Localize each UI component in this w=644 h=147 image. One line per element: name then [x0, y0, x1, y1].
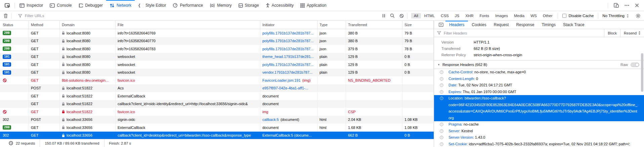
disable-cache-checkbox[interactable] — [562, 14, 566, 18]
request-row[interactable]: GET8bit-solutions-dev.onelogin...favicon… — [0, 76, 434, 84]
tab-memory[interactable]: Memory — [206, 0, 235, 11]
column-header-size[interactable]: Size — [402, 21, 434, 29]
header-row-set-cookie[interactable]: ?Set-Cookie: idsrv=adf6cba1-7075-402b-9e… — [434, 141, 644, 147]
column-header-type[interactable]: Type — [317, 21, 346, 29]
question-icon[interactable]: ? — [440, 96, 443, 100]
close-icon[interactable] — [635, 3, 639, 7]
header-row-pragma[interactable]: ?Pragma: no-cache — [434, 121, 644, 128]
tab-style-editor[interactable]: { }Style Editor — [135, 0, 169, 11]
request-row[interactable]: GETlocalhost:51822callback?client_id=oid… — [0, 100, 434, 108]
block-button[interactable]: Block — [604, 29, 620, 37]
request-row[interactable]: 200GETlocalhost:8080info?t=1635826640770… — [0, 37, 434, 45]
column-header-method[interactable]: Method — [29, 21, 60, 29]
column-header-file[interactable]: File — [116, 21, 260, 29]
responsive-design-mode-icon[interactable] — [614, 3, 619, 8]
request-row[interactable]: GETlocalhost:51822ExternalCallbackdocume… — [0, 92, 434, 100]
filter-pill-css[interactable]: CSS — [438, 13, 452, 18]
panel-tab-response[interactable]: Response — [512, 21, 538, 29]
tab-network[interactable]: Network — [106, 0, 135, 11]
question-icon[interactable]: ? — [440, 129, 443, 133]
initiator-cell: callback:5 (document) — [260, 116, 317, 124]
clear-requests-button[interactable] — [4, 13, 8, 18]
pause-traffic-icon[interactable] — [382, 14, 385, 18]
response-headers-section-header[interactable]: ▼ Response Headers (662 B) Raw — [434, 60, 644, 69]
summary-value: 662 B (0 B size) — [474, 46, 500, 52]
panel-tab-stack-trace[interactable]: Stack Trace — [559, 21, 588, 29]
request-row[interactable]: POSTlocalhost:51822Acse957f897-042e-4ba1… — [0, 84, 434, 92]
header-row-content-length[interactable]: ?Content-Length: 0 — [434, 76, 644, 82]
question-icon[interactable]: ? — [440, 123, 443, 126]
tab-inspector[interactable]: Inspector — [16, 0, 46, 11]
filter-headers-input[interactable] — [443, 31, 604, 35]
question-icon[interactable]: ? — [440, 142, 443, 146]
tab-debugger[interactable]: Debugger — [75, 0, 106, 11]
header-row-expires[interactable]: ?Expires: Thu, 01 Jan 1970 00:00:00 GMT — [434, 89, 644, 95]
initiator-link[interactable]: polyfills.1791b137de281b787... — [262, 31, 313, 35]
initiator-link[interactable]: polyfills.1791b137de281b787... — [262, 63, 313, 67]
filter-pill-fonts[interactable]: Fonts — [477, 13, 492, 18]
throttling-select[interactable]: No Throttling — [598, 14, 633, 18]
svg-text:?: ? — [441, 143, 442, 145]
panel-tab-timings[interactable]: Timings — [538, 21, 559, 29]
question-icon[interactable]: ? — [440, 70, 443, 74]
header-row-date[interactable]: ?Date: Tue, 02 Nov 2021 04:17:21 GMT — [434, 82, 644, 89]
filter-pill-images[interactable]: Images — [492, 13, 511, 18]
request-row[interactable]: 302GETlocalhost:33656callback?client_id=… — [0, 132, 434, 139]
initiator-link[interactable]: e957f897-042e-4ba1-aff1-... — [262, 86, 308, 90]
panel-tab-headers[interactable]: Headers — [445, 21, 468, 29]
filter-pill-js[interactable]: JS — [452, 13, 462, 18]
tab-accessibility[interactable]: Accessibility — [262, 0, 297, 11]
network-settings-button[interactable] — [633, 13, 644, 18]
request-row[interactable]: 302POSTlocalhost:33656signin-oidccallbac… — [0, 116, 434, 124]
request-row[interactable]: 200GETlocalhost:33656ExternalCallbackdoc… — [0, 124, 434, 132]
panel-scrollbar[interactable] — [641, 53, 643, 92]
initiator-link[interactable]: vendor.1791b137de281b787... — [262, 70, 312, 74]
tab-storage[interactable]: Storage — [235, 0, 262, 11]
question-icon[interactable]: ? — [440, 83, 443, 87]
initiator-link[interactable]: FaviconLoader.jsm:191 — [262, 78, 301, 82]
initiator-link[interactable]: theme_head.1791b137de281... — [262, 55, 314, 59]
filter-urls-input[interactable] — [24, 13, 382, 18]
request-row[interactable]: 101GETlocalhost:8080websockettheme_head.… — [0, 53, 434, 61]
request-row[interactable]: 101GETlocalhost:8080websocketvendor.1791… — [0, 69, 434, 77]
raw-toggle[interactable] — [631, 63, 639, 67]
column-header-status[interactable]: Status — [0, 21, 29, 29]
node-picker-button[interactable] — [0, 0, 14, 11]
disable-cache-toggle[interactable]: Disable Cache — [558, 14, 598, 18]
header-row-server[interactable]: ?Server: Kestrel — [434, 128, 644, 135]
question-icon[interactable]: ? — [440, 77, 443, 81]
tab-console[interactable]: Console — [46, 0, 75, 11]
sidebar-toggle-icon[interactable] — [436, 21, 445, 29]
request-row[interactable]: 101GETlocalhost:8080websocketpolyfills.1… — [0, 61, 434, 69]
request-row[interactable]: 200GETlocalhost:8080info?t=1635826640769… — [0, 29, 434, 37]
request-row[interactable]: 200GETlocalhost:8080info?t=1635826640783… — [0, 45, 434, 53]
filter-pill-other[interactable]: Other — [540, 13, 555, 18]
panel-tab-cookies[interactable]: Cookies — [468, 21, 490, 29]
header-row-cache-control[interactable]: ?Cache-Control: no-store, no-cache, max-… — [434, 69, 644, 76]
filter-pill-html[interactable]: HTML — [422, 13, 437, 18]
block-request-icon[interactable] — [399, 14, 404, 18]
tab-performance[interactable]: Performance — [169, 0, 206, 11]
header-row-server-version[interactable]: ?Server-Version: 1.43.0 — [434, 134, 644, 141]
header-row-location[interactable]: ?Location: bitwarden://sso-callback?code… — [434, 95, 644, 121]
resend-button[interactable]: Resend — [620, 29, 644, 37]
filter-pill-all[interactable]: All — [411, 13, 421, 18]
file-cell: signin-oidc — [116, 116, 260, 124]
question-icon[interactable]: ? — [440, 136, 443, 139]
initiator-link[interactable]: callback:5 — [262, 118, 279, 122]
panel-tab-request[interactable]: Request — [490, 21, 513, 29]
search-icon[interactable] — [390, 13, 395, 18]
column-header-initiator[interactable]: Initiator — [260, 21, 317, 29]
meatball-menu-icon[interactable] — [625, 5, 629, 6]
initiator-cell: polyfills.1791b137de281b787... — [260, 61, 317, 69]
request-row[interactable]: GETlocalhost:51822favicon.icoimgCSP — [0, 108, 434, 116]
initiator-link[interactable]: polyfills.1791b137de281b787... — [262, 47, 313, 51]
tab-application[interactable]: Application — [297, 0, 330, 11]
filter-pill-ws[interactable]: WS — [528, 13, 540, 18]
question-icon[interactable]: ? — [440, 90, 443, 94]
filter-pill-xhr[interactable]: XHR — [463, 13, 476, 18]
filter-pill-media[interactable]: Media — [511, 13, 527, 18]
column-header-transferred[interactable]: Transferred — [346, 21, 402, 29]
initiator-link[interactable]: polyfills.1791b137de281b787... — [262, 39, 313, 43]
column-header-domain[interactable]: Domain — [60, 21, 116, 29]
